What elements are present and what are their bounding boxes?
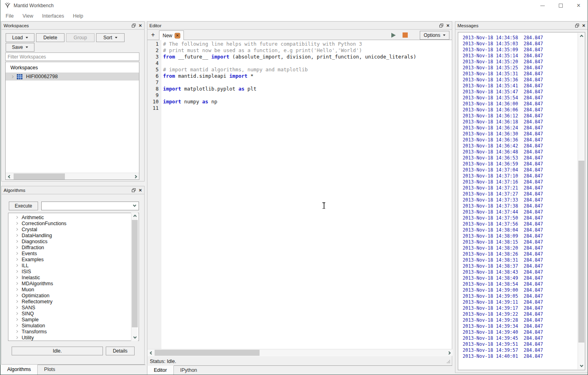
tab-editor[interactable]: Editor — [147, 365, 174, 375]
scroll-left-icon[interactable] — [147, 349, 154, 356]
scroll-right-icon[interactable] — [446, 349, 453, 356]
algorithm-category-row[interactable]: SANS — [8, 304, 139, 310]
messages-vscrollbar[interactable] — [578, 33, 584, 369]
algorithm-search-combobox[interactable] — [41, 202, 139, 210]
expand-chevron-icon[interactable] — [15, 312, 18, 315]
expand-chevron-icon[interactable] — [15, 270, 18, 273]
expand-chevron-icon[interactable] — [15, 300, 18, 303]
run-script-button[interactable] — [388, 31, 399, 39]
code-line[interactable]: 3from __future__ import (absolute_import… — [147, 54, 452, 60]
scroll-up-icon[interactable] — [131, 213, 138, 220]
code-line[interactable]: 4 — [147, 60, 452, 67]
expand-chevron-icon[interactable] — [15, 282, 18, 285]
expand-chevron-icon[interactable] — [15, 240, 18, 243]
tab-plots[interactable]: Plots — [38, 365, 62, 375]
close-panel-icon[interactable]: × — [139, 24, 142, 28]
maximize-button[interactable] — [552, 0, 570, 11]
algorithm-progress-button[interactable]: Idle. — [12, 347, 103, 355]
algorithm-category-row[interactable]: Transforms — [8, 329, 139, 335]
delete-button[interactable]: Delete — [36, 33, 64, 42]
code-line[interactable]: 2# print must now be used as a function,… — [147, 47, 452, 54]
save-button[interactable]: Save — [6, 43, 34, 52]
size-grip-icon[interactable] — [447, 360, 450, 363]
workspaces-panel-titlebar[interactable]: Workspaces × — [2, 22, 144, 30]
messages-panel-titlebar[interactable]: Messages × — [455, 22, 588, 30]
scrollbar-thumb[interactable] — [155, 350, 260, 356]
scrollbar-thumb[interactable] — [132, 220, 138, 327]
algorithm-category-row[interactable]: Reflectometry — [8, 298, 139, 304]
algorithm-category-row[interactable]: Utility — [8, 335, 139, 341]
menu-help[interactable]: Help — [68, 13, 88, 19]
float-panel-icon[interactable] — [575, 24, 579, 28]
expand-chevron-icon[interactable] — [11, 75, 14, 78]
expand-chevron-icon[interactable] — [15, 234, 18, 237]
algorithm-category-row[interactable]: ILL — [8, 262, 139, 268]
close-panel-icon[interactable]: × — [139, 188, 142, 192]
float-panel-icon[interactable] — [439, 24, 443, 28]
algorithm-category-row[interactable]: Optimization — [8, 292, 139, 298]
expand-chevron-icon[interactable] — [15, 330, 18, 333]
expand-chevron-icon[interactable] — [15, 324, 18, 327]
algorithm-category-row[interactable]: Diffraction — [8, 244, 139, 250]
code-line[interactable]: 5# import mantid algorithms, numpy and m… — [147, 67, 452, 73]
code-line[interactable]: 1# The following line helps with future … — [147, 41, 452, 47]
float-panel-icon[interactable] — [132, 188, 136, 192]
new-tab-button[interactable]: + — [149, 30, 157, 39]
workspaces-hscrollbar[interactable] — [6, 173, 139, 179]
expand-chevron-icon[interactable] — [15, 228, 18, 231]
expand-chevron-icon[interactable] — [15, 216, 18, 219]
expand-chevron-icon[interactable] — [15, 336, 18, 339]
expand-chevron-icon[interactable] — [15, 222, 18, 225]
close-panel-icon[interactable]: × — [446, 24, 449, 28]
filter-workspaces-input[interactable] — [5, 52, 139, 61]
minimize-button[interactable] — [534, 0, 552, 11]
sort-button[interactable]: Sort — [96, 33, 125, 42]
algorithm-category-row[interactable]: DataHandling — [8, 232, 139, 238]
script-tab-new[interactable]: New ✕ — [159, 30, 184, 40]
algorithm-category-row[interactable]: Crystal — [8, 226, 139, 232]
workspace-item-HIFI00062798[interactable]: HIFI00062798 — [6, 73, 139, 81]
scrollbar-thumb[interactable] — [14, 173, 65, 179]
scrollbar-thumb[interactable] — [578, 161, 584, 343]
algorithm-category-row[interactable]: ISIS — [8, 268, 139, 274]
abort-script-button[interactable] — [400, 31, 410, 39]
algorithm-category-row[interactable]: Arithmetic — [8, 214, 139, 220]
code-line[interactable]: 8import matplotlib.pyplot as plt — [147, 86, 452, 92]
algorithm-category-row[interactable]: Examples — [8, 256, 139, 262]
algorithm-category-row[interactable]: Inelastic — [8, 274, 139, 280]
expand-chevron-icon[interactable] — [15, 246, 18, 249]
menu-file[interactable]: File — [1, 13, 18, 19]
algorithms-vscrollbar[interactable] — [131, 213, 138, 341]
close-panel-icon[interactable]: × — [582, 24, 585, 28]
scroll-left-icon[interactable] — [6, 173, 12, 180]
algorithm-category-row[interactable]: MDAlgorithms — [8, 280, 139, 286]
code-line[interactable]: 9 — [147, 92, 452, 99]
editor-hscrollbar[interactable] — [147, 349, 453, 356]
scroll-right-icon[interactable] — [132, 173, 139, 180]
expand-chevron-icon[interactable] — [15, 258, 18, 261]
tab-algorithms[interactable]: Algorithms — [0, 365, 38, 375]
algorithm-category-row[interactable]: Sample — [8, 317, 139, 323]
tab-ipython[interactable]: IPython — [174, 366, 203, 375]
menu-view[interactable]: View — [18, 13, 38, 19]
group-button[interactable]: Group — [66, 33, 95, 42]
scroll-down-icon[interactable] — [131, 334, 138, 341]
code-line[interactable]: 7 — [147, 79, 452, 86]
close-button[interactable]: × — [570, 0, 588, 11]
menu-interfaces[interactable]: Interfaces — [38, 13, 68, 19]
load-button[interactable]: Load — [6, 33, 34, 42]
algorithm-category-row[interactable]: SINQ — [8, 310, 139, 317]
expand-chevron-icon[interactable] — [15, 276, 18, 279]
expand-chevron-icon[interactable] — [15, 294, 18, 297]
algorithm-category-row[interactable]: Muon — [8, 286, 139, 292]
editor-panel-titlebar[interactable]: Editor × — [147, 22, 452, 30]
scroll-down-icon[interactable] — [578, 363, 585, 369]
expand-chevron-icon[interactable] — [15, 306, 18, 309]
algorithm-category-row[interactable]: CorrectionFunctions — [8, 220, 139, 226]
code-editor[interactable]: 1# The following line helps with future … — [147, 40, 452, 349]
messages-log[interactable]: 2013-Nov-18 14:34:58 284.847 2013-Nov-18… — [458, 32, 585, 370]
float-panel-icon[interactable] — [132, 24, 136, 28]
code-line[interactable]: 6from mantid.simpleapi import * — [147, 73, 452, 79]
code-line[interactable]: 10import numpy as np — [147, 99, 452, 105]
expand-chevron-icon[interactable] — [15, 318, 18, 321]
